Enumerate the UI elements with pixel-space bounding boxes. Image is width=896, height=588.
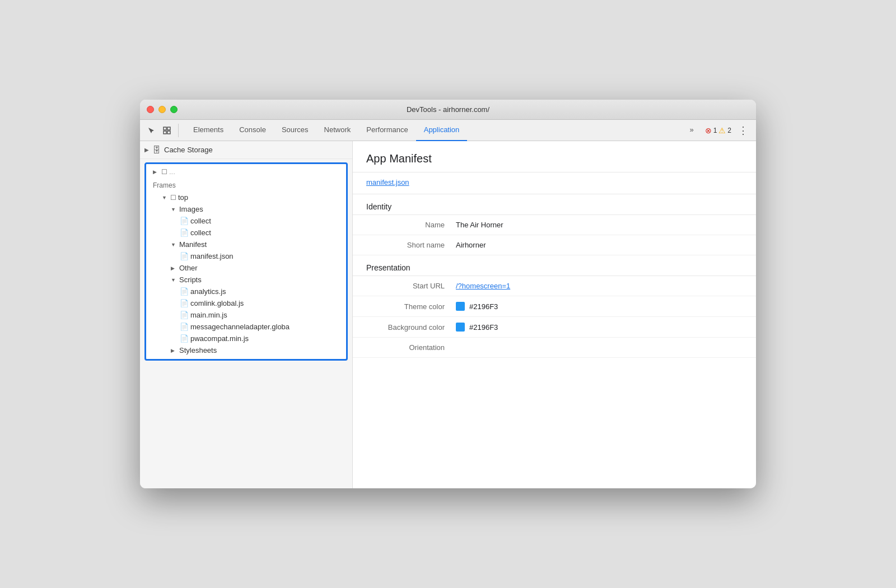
main-label: main.min.js bbox=[190, 311, 227, 319]
file-icon-yellow-3: 📄 bbox=[180, 311, 189, 319]
sidebar-item-top-abbreviated[interactable]: ▶ ☐ ... bbox=[146, 164, 346, 177]
svg-rect-3 bbox=[167, 131, 170, 134]
scripts-label: Scripts bbox=[179, 276, 202, 284]
manifest-folder-label: Manifest bbox=[179, 240, 207, 249]
name-property-row: Name The Air Horner bbox=[353, 215, 756, 235]
sidebar-item-pwacompat[interactable]: 📄 pwacompat.min.js bbox=[146, 333, 346, 344]
short-name-property-row: Short name Airhorner bbox=[353, 235, 756, 255]
devtools-window: DevTools - airhorner.com/ Elements bbox=[140, 100, 756, 488]
sidebar-item-manifest-folder[interactable]: ▼ Manifest bbox=[146, 239, 346, 250]
svg-rect-1 bbox=[167, 127, 170, 130]
images-label: Images bbox=[179, 205, 203, 213]
toolbar-tabs: Elements Console Sources Network Perform… bbox=[185, 120, 467, 141]
sidebar-item-other[interactable]: ▶ Other bbox=[146, 262, 346, 274]
short-name-value: Airhorner bbox=[456, 241, 486, 249]
name-label: Name bbox=[366, 221, 456, 229]
sidebar: ▶ 🗄 Cache Storage ▶ ☐ ... Frames ▼ bbox=[140, 141, 353, 488]
file-icon-yellow-2: 📄 bbox=[180, 299, 189, 307]
file-icon-green-1: 📄 bbox=[180, 217, 189, 225]
other-label: Other bbox=[179, 264, 198, 272]
warning-icon: ⚠ bbox=[718, 126, 726, 135]
identity-section-title: Identity bbox=[353, 194, 756, 215]
theme-color-property-row: Theme color #2196F3 bbox=[353, 296, 756, 317]
collect-2-label: collect bbox=[190, 228, 211, 237]
pwacompat-label: pwacompat.min.js bbox=[190, 334, 249, 343]
toolbar-icons bbox=[144, 124, 179, 137]
top-label: top bbox=[178, 193, 188, 202]
cache-storage-chevron: ▶ bbox=[144, 147, 149, 153]
collect-1-label: collect bbox=[190, 217, 211, 225]
tab-console[interactable]: Console bbox=[231, 120, 274, 141]
svg-rect-2 bbox=[164, 131, 166, 134]
file-icon-green-2: 📄 bbox=[180, 228, 189, 237]
sidebar-item-messagechannel[interactable]: 📄 messagechanneladapter.globa bbox=[146, 321, 346, 333]
presentation-section-title: Presentation bbox=[353, 255, 756, 276]
file-icon-yellow-1: 📄 bbox=[180, 287, 189, 296]
cursor-icon[interactable] bbox=[144, 124, 158, 137]
name-value: The Air Horner bbox=[456, 221, 503, 229]
theme-color-value: #2196F3 bbox=[456, 302, 498, 311]
toolbar-right: » ⊗ 1 ⚠ 2 ⋮ bbox=[682, 120, 752, 141]
tab-application[interactable]: Application bbox=[416, 120, 468, 141]
inspect-icon[interactable] bbox=[160, 124, 174, 137]
cache-storage-label: Cache Storage bbox=[164, 146, 213, 154]
start-url-label: Start URL bbox=[366, 282, 456, 290]
sidebar-item-main[interactable]: 📄 main.min.js bbox=[146, 309, 346, 321]
frames-section-label: Frames bbox=[146, 177, 346, 192]
sidebar-item-stylesheets[interactable]: ▶ Stylesheets bbox=[146, 344, 346, 359]
sidebar-item-manifest-json[interactable]: 📄 manifest.json bbox=[146, 250, 346, 262]
orientation-property-row: Orientation bbox=[353, 338, 756, 358]
sidebar-item-cache-storage[interactable]: ▶ 🗄 Cache Storage bbox=[140, 141, 352, 159]
more-options-button[interactable]: ⋮ bbox=[735, 124, 752, 137]
close-button[interactable] bbox=[147, 106, 154, 113]
tab-elements[interactable]: Elements bbox=[185, 120, 231, 141]
file-icon-gray: 📄 bbox=[180, 252, 189, 260]
error-icon: ⊗ bbox=[705, 126, 712, 135]
orientation-label: Orientation bbox=[366, 343, 456, 352]
stylesheets-label: Stylesheets bbox=[179, 346, 217, 354]
messagechannel-label: messagechanneladapter.globa bbox=[190, 323, 290, 331]
sidebar-item-comlink[interactable]: 📄 comlink.global.js bbox=[146, 297, 346, 309]
title-bar: DevTools - airhorner.com/ bbox=[140, 100, 756, 120]
traffic-lights bbox=[147, 106, 178, 113]
theme-color-label: Theme color bbox=[366, 302, 456, 311]
background-color-label: Background color bbox=[366, 323, 456, 332]
minimize-button[interactable] bbox=[158, 106, 166, 113]
file-icon-yellow-5: 📄 bbox=[180, 334, 189, 343]
background-color-value: #2196F3 bbox=[456, 323, 498, 332]
sidebar-item-analytics[interactable]: 📄 analytics.js bbox=[146, 286, 346, 297]
toolbar: Elements Console Sources Network Perform… bbox=[140, 120, 756, 141]
tab-network[interactable]: Network bbox=[316, 120, 359, 141]
file-icon-yellow-4: 📄 bbox=[180, 323, 189, 331]
tab-performance[interactable]: Performance bbox=[358, 120, 416, 141]
more-tabs-button[interactable]: » bbox=[682, 120, 701, 141]
window-title: DevTools - airhorner.com/ bbox=[407, 105, 489, 114]
short-name-label: Short name bbox=[366, 241, 456, 249]
background-color-property-row: Background color #2196F3 bbox=[353, 317, 756, 338]
comlink-label: comlink.global.js bbox=[190, 299, 244, 307]
sidebar-item-scripts[interactable]: ▼ Scripts bbox=[146, 274, 346, 286]
sidebar-item-top[interactable]: ▼ ☐ top bbox=[146, 192, 346, 203]
theme-color-swatch[interactable] bbox=[456, 302, 465, 311]
sidebar-item-collect-2[interactable]: 📄 collect bbox=[146, 227, 346, 239]
manifest-json-label: manifest.json bbox=[190, 252, 234, 260]
sidebar-item-collect-1[interactable]: 📄 collect bbox=[146, 215, 346, 227]
main-content: ▶ 🗄 Cache Storage ▶ ☐ ... Frames ▼ bbox=[140, 141, 756, 488]
start-url-property-row: Start URL /?homescreen=1 bbox=[353, 276, 756, 296]
manifest-title: App Manifest bbox=[353, 141, 756, 172]
frames-section-highlight: ▶ ☐ ... Frames ▼ ☐ top ▼ Images bbox=[144, 162, 348, 361]
background-color-swatch[interactable] bbox=[456, 323, 465, 332]
svg-rect-0 bbox=[164, 127, 166, 130]
right-panel: App Manifest manifest.json Identity Name… bbox=[353, 141, 756, 488]
database-icon: 🗄 bbox=[152, 145, 161, 155]
manifest-link-row: manifest.json bbox=[353, 172, 756, 194]
analytics-label: analytics.js bbox=[190, 287, 226, 296]
maximize-button[interactable] bbox=[170, 106, 178, 113]
error-badge: ⊗ 1 ⚠ 2 bbox=[705, 126, 731, 135]
manifest-json-link[interactable]: manifest.json bbox=[366, 178, 409, 186]
sidebar-item-images[interactable]: ▼ Images bbox=[146, 203, 346, 215]
start-url-value[interactable]: /?homescreen=1 bbox=[456, 282, 510, 290]
tab-sources[interactable]: Sources bbox=[274, 120, 316, 141]
